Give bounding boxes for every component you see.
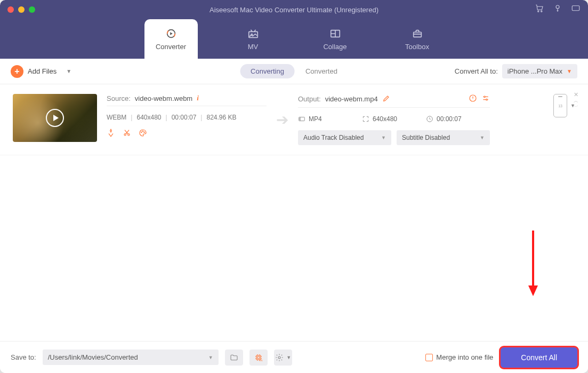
nav-converter[interactable]: Converter [144,19,198,59]
info-icon[interactable]: i [197,94,199,102]
cart-icon[interactable] [535,4,544,15]
svg-rect-8 [413,32,421,37]
chevron-down-icon: ▼ [567,68,572,74]
source-format: WEBM [107,114,126,121]
chevron-down-icon: ▼ [480,135,485,140]
svg-point-13 [144,132,144,132]
output-format: MP4 [309,115,322,123]
video-thumbnail[interactable] [13,94,97,142]
device-profile-button[interactable] [553,94,567,117]
svg-rect-17 [299,117,305,121]
output-label: Output: [298,95,321,103]
add-files-label: Add Files [28,67,57,75]
convert-all-button[interactable]: Convert All [501,347,577,368]
convert-all-to-label: Convert All to: [455,67,498,75]
window-minimize-button[interactable] [18,6,25,13]
output-filename: video-webm.mp4 [325,95,378,103]
palette-icon[interactable] [139,129,147,139]
output-resolution: 640x480 [373,115,397,123]
svg-point-12 [142,131,143,131]
svg-text:ON: ON [259,359,262,361]
save-to-label: Save to: [11,353,36,361]
nav-converter-label: Converter [156,43,186,51]
save-path-value: /Users/link/Movies/Converted [48,353,138,361]
nav-toolbox-label: Toolbox [405,43,429,51]
chevron-down-icon: ▼ [381,135,386,140]
svg-point-1 [541,11,542,12]
svg-point-24 [278,356,280,359]
gpu-accel-button[interactable]: ON [249,350,268,366]
main-nav: Converter MV Collage Toolbox [0,19,588,59]
nav-collage-label: Collage [323,43,347,51]
checkbox-icon [425,354,433,361]
audio-track-value: Audio Track Disabled [303,134,364,141]
window-maximize-button[interactable] [29,6,35,13]
toolbar: + Add Files ▼ Converting Converted Conve… [0,59,588,84]
feedback-icon[interactable] [571,4,581,15]
move-down-button[interactable]: ﹀ [574,105,578,109]
subtitle-value: Subtitle Disabled [402,134,450,141]
chevron-down-icon[interactable]: ▼ [66,68,71,74]
footer: Save to: /Users/link/Movies/Converted ▼ … [0,341,588,373]
nav-collage[interactable]: Collage [309,19,362,59]
tab-converted[interactable]: Converted [295,64,348,78]
chevron-down-icon: ▼ [208,355,213,360]
chevron-down-icon: ▼ [286,355,291,360]
svg-point-15 [484,96,486,98]
svg-point-10 [128,134,130,136]
empty-area [0,155,588,341]
source-size: 824.96 KB [206,114,236,121]
svg-rect-22 [257,356,260,359]
save-path-dropdown[interactable]: /Users/link/Movies/Converted ▼ [43,350,219,365]
svg-point-11 [141,132,142,132]
svg-point-0 [538,11,539,12]
audio-track-select[interactable]: Audio Track Disabled ▼ [298,130,391,145]
file-item-row: Source: video-webm.webm i WEBM| 640x480|… [0,84,588,155]
add-files-button[interactable]: + Add Files ▼ [11,65,71,78]
svg-point-2 [556,5,559,9]
merge-checkbox[interactable]: Merge into one file [425,353,493,361]
remove-item-button[interactable]: ✕ [574,92,578,98]
plus-icon: + [11,65,23,78]
cut-icon[interactable] [123,129,131,139]
edit-icon[interactable] [382,94,391,104]
source-resolution: 640x480 [136,114,161,121]
convert-all-target-dropdown[interactable]: iPhone ...Pro Max ▼ [502,64,577,78]
open-folder-button[interactable] [225,350,243,366]
source-duration: 00:00:07 [172,114,197,121]
compress-icon[interactable] [107,129,115,139]
merge-label: Merge into one file [436,353,493,361]
nav-mv[interactable]: MV [227,19,280,59]
svg-point-9 [124,134,126,136]
settings-button[interactable]: ▼ [274,350,292,366]
nav-toolbox[interactable]: Toolbox [391,19,444,59]
source-meta: WEBM| 640x480| 00:00:07| 824.96 KB [107,114,267,121]
svg-point-16 [486,99,488,100]
window-close-button[interactable] [7,6,14,13]
nav-mv-label: MV [248,43,259,51]
source-filename: video-webm.webm [135,94,192,102]
source-label: Source: [107,94,131,102]
window-title: Aiseesoft Mac Video Converter Ultimate (… [210,6,378,14]
arrow-right-icon: ➔ [276,111,288,129]
titlebar: Aiseesoft Mac Video Converter Ultimate (… [0,0,588,19]
warning-icon[interactable] [469,94,477,104]
settings-sliders-icon[interactable] [481,94,490,104]
play-icon [46,109,64,127]
tab-converting[interactable]: Converting [240,64,295,78]
subtitle-select[interactable]: Subtitle Disabled ▼ [397,130,490,145]
move-up-button[interactable]: ︿ [574,99,578,104]
output-duration: 00:00:07 [437,115,462,123]
key-icon[interactable] [553,4,562,15]
convert-all-target-value: iPhone ...Pro Max [508,67,562,75]
